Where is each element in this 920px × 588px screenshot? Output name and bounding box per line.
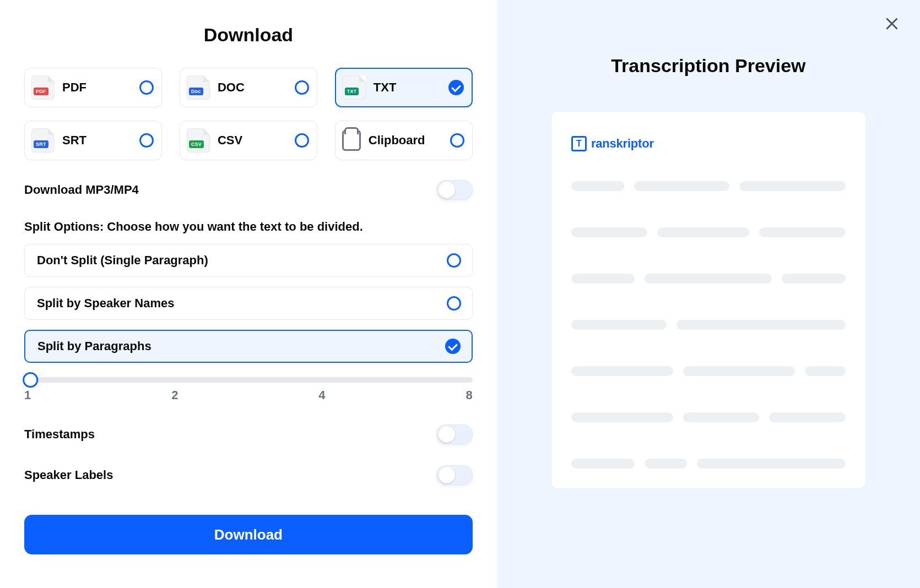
split-option-0[interactable]: Don't Split (Single Paragraph) <box>24 244 473 277</box>
radio-unchecked-icon <box>139 80 154 95</box>
extra-options: Timestamps Speaker Labels <box>24 424 473 493</box>
slider-tick: 2 <box>171 388 178 402</box>
format-grid: PDFPDFDocDOCTXTTXTSRTSRTCSVCSVClipboard <box>24 68 473 160</box>
slider-thumb[interactable] <box>23 372 38 388</box>
radio-unchecked-icon <box>447 296 461 311</box>
format-option-pdf[interactable]: PDFPDF <box>24 68 162 107</box>
check-icon <box>445 339 461 354</box>
format-label: Clipboard <box>369 133 442 148</box>
split-option-2[interactable]: Split by Paragraphs <box>24 330 473 363</box>
format-label: SRT <box>62 133 132 148</box>
speaker-labels-toggle[interactable] <box>436 465 473 485</box>
timestamps-label: Timestamps <box>24 427 95 442</box>
timestamps-row: Timestamps <box>24 424 473 444</box>
download-media-toggle[interactable] <box>436 180 473 200</box>
format-option-srt[interactable]: SRTSRT <box>24 121 162 160</box>
brand-mark-icon: T <box>571 136 587 151</box>
paragraph-count-slider: 1 2 4 8 <box>24 377 473 402</box>
download-button[interactable]: Download <box>24 515 473 554</box>
preview-title: Transcription Preview <box>611 55 805 77</box>
preview-panel: Transcription Preview T ranskriptor <box>497 0 920 588</box>
split-options-list: Don't Split (Single Paragraph)Split by S… <box>24 244 473 363</box>
format-label: CSV <box>218 133 287 148</box>
download-panel: Download PDFPDFDocDOCTXTTXTSRTSRTCSVCSVC… <box>0 0 497 588</box>
format-option-clip[interactable]: Clipboard <box>335 121 473 160</box>
radio-unchecked-icon <box>295 133 309 148</box>
split-option-label: Split by Speaker Names <box>37 296 174 311</box>
radio-unchecked-icon <box>447 253 461 268</box>
speaker-labels-label: Speaker Labels <box>24 468 113 482</box>
split-option-label: Split by Paragraphs <box>37 339 151 353</box>
close-button[interactable] <box>884 15 900 34</box>
slider-tick-labels: 1 2 4 8 <box>24 388 473 402</box>
file-icon: SRT <box>31 128 55 153</box>
radio-unchecked-icon <box>295 80 309 95</box>
file-icon: TXT <box>343 75 366 100</box>
split-option-1[interactable]: Split by Speaker Names <box>24 287 473 320</box>
preview-card: T ranskriptor <box>551 112 865 488</box>
check-icon <box>448 80 464 95</box>
format-option-csv[interactable]: CSVCSV <box>180 121 317 160</box>
brand-wordmark: ranskriptor <box>591 137 654 151</box>
timestamps-toggle[interactable] <box>436 424 473 444</box>
format-label: PDF <box>62 80 132 95</box>
brand-logo: T ranskriptor <box>571 136 846 151</box>
radio-unchecked-icon <box>139 133 154 148</box>
slider-track[interactable] <box>24 377 473 383</box>
slider-tick: 1 <box>24 388 31 402</box>
slider-tick: 4 <box>318 388 325 402</box>
slider-tick: 8 <box>466 388 473 402</box>
file-icon: Doc <box>187 75 210 100</box>
clipboard-icon <box>342 130 361 151</box>
split-section-label: Split Options: Choose how you want the t… <box>24 220 473 234</box>
file-icon: PDF <box>31 75 55 100</box>
format-label: DOC <box>218 80 287 95</box>
preview-skeleton <box>571 181 846 469</box>
download-title: Download <box>24 24 473 46</box>
format-label: TXT <box>374 80 441 95</box>
format-option-doc[interactable]: DocDOC <box>180 68 317 107</box>
download-media-label: Download MP3/MP4 <box>24 183 139 197</box>
file-icon: CSV <box>187 128 210 153</box>
radio-unchecked-icon <box>450 133 464 148</box>
download-media-row: Download MP3/MP4 <box>24 180 473 200</box>
speaker-labels-row: Speaker Labels <box>24 465 473 485</box>
close-icon <box>884 15 900 32</box>
split-option-label: Don't Split (Single Paragraph) <box>37 253 208 268</box>
format-option-txt[interactable]: TXTTXT <box>335 68 473 107</box>
